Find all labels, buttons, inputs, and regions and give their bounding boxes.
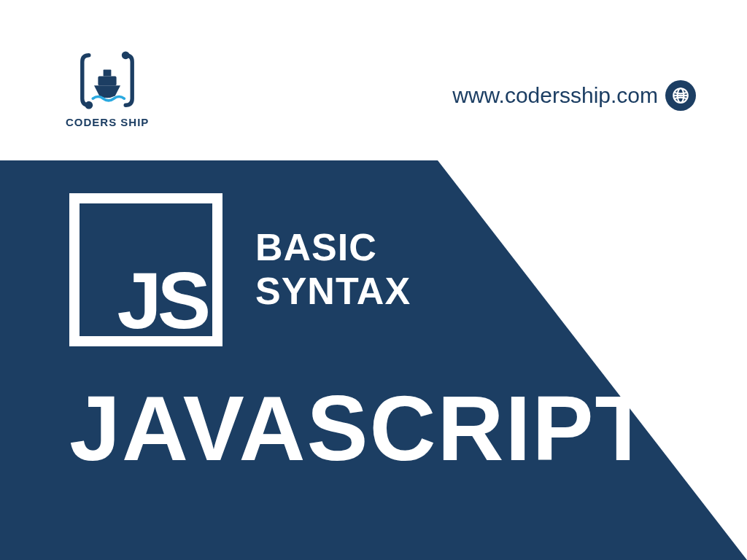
globe-icon [665, 80, 696, 111]
subtitle-line-1: BASIC [255, 226, 411, 270]
js-logo-text: JS [117, 260, 206, 341]
logo-subtitle-row: JS BASIC SYNTAX [69, 193, 747, 346]
panel-content: JS BASIC SYNTAX JAVASCRIPT [0, 160, 747, 560]
svg-point-0 [122, 51, 130, 59]
header: CODERS SHIP www.codersship.com [0, 0, 747, 160]
subtitle-line-2: SYNTAX [255, 270, 411, 314]
svg-point-1 [85, 101, 93, 109]
svg-rect-2 [98, 77, 117, 86]
subtitle: BASIC SYNTAX [255, 226, 411, 314]
main-panel: JS BASIC SYNTAX JAVASCRIPT [0, 160, 747, 560]
ship-logo-icon [74, 47, 140, 113]
website-url-block: www.codersship.com [452, 80, 696, 111]
brand-logo: CODERS SHIP [66, 47, 149, 128]
page-title: JAVASCRIPT [69, 383, 747, 475]
website-url: www.codersship.com [452, 83, 658, 108]
js-logo-box: JS [69, 193, 222, 346]
svg-rect-3 [104, 70, 112, 77]
brand-name: CODERS SHIP [66, 116, 149, 128]
